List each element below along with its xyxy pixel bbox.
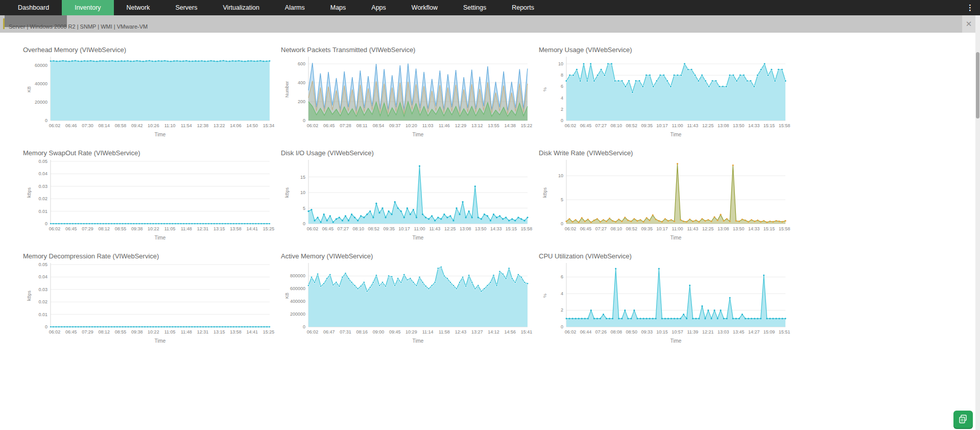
svg-text:10:20: 10:20 (405, 123, 417, 128)
close-icon[interactable]: ✕ (962, 15, 975, 33)
svg-text:06:44: 06:44 (580, 329, 592, 335)
svg-text:11:48: 11:48 (181, 226, 192, 231)
charts-grid: Overhead Memory (VIWebService) 020000400… (22, 46, 980, 355)
svg-text:0.03: 0.03 (38, 184, 47, 189)
svg-text:08:55: 08:55 (115, 226, 127, 231)
svg-text:14:50: 14:50 (247, 123, 258, 128)
svg-text:10:57: 10:57 (672, 329, 683, 335)
svg-text:10:17: 10:17 (656, 123, 668, 128)
svg-text:800000: 800000 (290, 273, 305, 278)
nav-item-workflow[interactable]: Workflow (399, 0, 450, 15)
chart-title: Memory Usage (VIWebService) (539, 46, 796, 54)
svg-text:0: 0 (303, 118, 305, 123)
chart-title: Network Packets Transmitted (VIWebServic… (281, 46, 538, 54)
svg-text:Time: Time (413, 338, 424, 344)
svg-text:0.03: 0.03 (38, 287, 47, 292)
svg-text:5: 5 (561, 197, 563, 202)
nav-item-virtualization[interactable]: Virtualization (210, 0, 272, 15)
svg-text:20000: 20000 (35, 100, 47, 105)
chart-cpu-utilization: CPU Utilization (VIWebService) 0246%06:0… (538, 252, 796, 355)
svg-text:Number: Number (284, 81, 290, 98)
svg-text:10:17: 10:17 (656, 226, 668, 231)
nav-item-servers[interactable]: Servers (162, 0, 210, 15)
svg-text:09:35: 09:35 (641, 226, 653, 231)
svg-text:11:58: 11:58 (439, 329, 450, 335)
svg-text:11:05: 11:05 (164, 226, 176, 231)
nav-item-alarms[interactable]: Alarms (272, 0, 318, 15)
svg-text:Time: Time (671, 235, 682, 241)
svg-text:400000: 400000 (290, 299, 305, 304)
device-header-bar: Server | Windows 2008 R2 | SNMP | WMI | … (0, 15, 980, 33)
svg-text:kBps: kBps (284, 187, 290, 198)
svg-text:200: 200 (298, 99, 305, 104)
svg-text:13:50: 13:50 (475, 226, 487, 231)
svg-text:15:58: 15:58 (779, 123, 791, 128)
svg-text:5: 5 (303, 206, 305, 211)
svg-text:06:02: 06:02 (565, 226, 577, 231)
svg-text:Time: Time (155, 338, 166, 344)
svg-text:600000: 600000 (290, 286, 305, 291)
svg-text:0.02: 0.02 (38, 196, 47, 201)
nav-item-network[interactable]: Network (114, 0, 163, 15)
svg-text:%: % (542, 294, 547, 298)
svg-text:15:58: 15:58 (779, 226, 791, 231)
svg-text:2: 2 (561, 307, 563, 313)
svg-text:15:34: 15:34 (263, 123, 275, 128)
svg-text:13:12: 13:12 (471, 123, 483, 128)
svg-text:06:45: 06:45 (580, 226, 592, 231)
svg-text:13:55: 13:55 (488, 123, 499, 128)
nav-item-dashboard[interactable]: Dashboard (5, 0, 62, 15)
svg-text:13:50: 13:50 (733, 226, 745, 231)
nav-item-apps[interactable]: Apps (358, 0, 399, 15)
svg-text:06:02: 06:02 (307, 123, 319, 128)
svg-text:15:58: 15:58 (521, 226, 533, 231)
svg-text:12:25: 12:25 (444, 226, 456, 231)
chart-canvas: 0200000400000600000800000KB06:0206:4707:… (280, 260, 538, 346)
svg-text:10:15: 10:15 (656, 329, 668, 335)
svg-text:11:39: 11:39 (687, 329, 698, 335)
svg-text:07:29: 07:29 (82, 226, 93, 231)
chart-title: Disk I/O Usage (VIWebService) (281, 149, 538, 157)
svg-text:Time: Time (155, 235, 166, 241)
svg-text:14:33: 14:33 (748, 226, 760, 231)
scrollbar-thumb[interactable] (976, 52, 979, 118)
svg-text:06:02: 06:02 (307, 329, 319, 335)
svg-text:0.02: 0.02 (38, 299, 47, 304)
nav-item-inventory[interactable]: Inventory (62, 0, 113, 15)
svg-text:%: % (542, 87, 547, 91)
svg-text:07:26: 07:26 (595, 329, 607, 335)
svg-text:14:27: 14:27 (748, 329, 760, 335)
svg-text:10:22: 10:22 (148, 329, 159, 335)
chart-title: Disk Write Rate (VIWebService) (539, 149, 796, 157)
nav-item-reports[interactable]: Reports (499, 0, 547, 15)
svg-text:0: 0 (303, 221, 305, 226)
svg-text:11:00: 11:00 (672, 123, 683, 128)
svg-text:14:06: 14:06 (230, 123, 242, 128)
svg-text:15: 15 (300, 175, 305, 180)
svg-text:06:45: 06:45 (322, 226, 334, 231)
scrollbar[interactable] (975, 15, 980, 430)
svg-text:09:38: 09:38 (131, 226, 143, 231)
svg-text:13:03: 13:03 (718, 329, 729, 335)
svg-text:09:00: 09:00 (373, 329, 385, 335)
nav-item-settings[interactable]: Settings (450, 0, 499, 15)
svg-text:06:02: 06:02 (307, 226, 319, 231)
svg-text:08:16: 08:16 (356, 329, 368, 335)
device-summary-text: Server | Windows 2008 R2 | SNMP | WMI | … (9, 23, 148, 30)
nav-item-maps[interactable]: Maps (318, 0, 359, 15)
chat-widget-button[interactable] (953, 411, 973, 428)
svg-text:14:41: 14:41 (247, 226, 258, 231)
svg-text:14:33: 14:33 (490, 226, 502, 231)
chart-canvas: 0200400600Number06:0206:4507:2808:1108:5… (280, 54, 538, 140)
kebab-menu-icon[interactable]: ⋮ (960, 0, 980, 15)
svg-text:0.01: 0.01 (38, 312, 47, 317)
svg-text:15:15: 15:15 (763, 123, 775, 128)
svg-text:15:51: 15:51 (779, 329, 791, 335)
svg-text:40000: 40000 (35, 81, 47, 86)
svg-text:15:25: 15:25 (263, 329, 275, 335)
svg-text:07:29: 07:29 (82, 329, 93, 335)
svg-text:12:43: 12:43 (455, 329, 467, 335)
svg-text:200000: 200000 (290, 312, 305, 317)
svg-text:11:43: 11:43 (687, 123, 698, 128)
svg-text:Time: Time (413, 235, 424, 241)
